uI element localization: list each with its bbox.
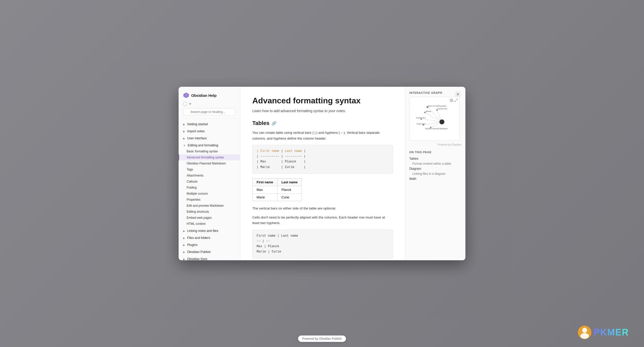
- toc-item-diagram[interactable]: Diagram: [409, 166, 461, 171]
- powered-publish-badge: Powered by Obsidian Publish: [298, 335, 346, 342]
- sidebar-item-label: Basic formatting syntax: [187, 150, 218, 153]
- graph-expand-button[interactable]: [454, 99, 458, 103]
- sidebar-item-label: HTML content: [187, 222, 206, 226]
- sidebar-item-label: Editing shortcuts: [187, 210, 209, 213]
- sidebar-item-label: Edit and preview Markdown: [187, 204, 224, 207]
- pkmer-text-label: PKMER: [594, 327, 629, 338]
- sidebar-item-label: Attachments: [187, 174, 204, 177]
- table-cell: Curie: [277, 193, 302, 201]
- close-button[interactable]: ✕: [454, 91, 461, 98]
- table-header-firstname: First name: [253, 178, 277, 186]
- sidebar-item-label: User interface: [187, 137, 207, 140]
- sidebar-item-files-folders[interactable]: ▶ Files and folders: [179, 235, 240, 241]
- sidebar-item-properties[interactable]: Properties: [179, 197, 240, 203]
- sidebar-item-obsidian-flavored[interactable]: Obsidian Flavored Markdown: [179, 160, 240, 166]
- sidebar-item-attachments[interactable]: Attachments: [179, 172, 240, 179]
- sidebar-item-basic-formatting[interactable]: Basic formatting syntax: [179, 148, 240, 154]
- sidebar-logo: Obsidian Help: [183, 92, 235, 98]
- page-title: Advanced formatting syntax: [252, 96, 393, 105]
- nav-section-files-folders: ▶ Files and folders: [179, 234, 240, 241]
- graph-powered-label: Powered by Obsidian: [409, 143, 461, 146]
- sidebar-item-label: Obsidian Publish: [187, 250, 211, 254]
- svg-text:Obsidian Flavored Markdown: Obsidian Flavored Markdown: [425, 128, 448, 130]
- table-header-lastname: Last name: [277, 178, 302, 186]
- chevron-right-icon: ▶: [183, 258, 185, 261]
- sidebar-item-obsidian-sync[interactable]: ▶ Obsidian Sync: [179, 256, 240, 260]
- code-block-table-syntax: | First name | Last name | | ---------- …: [252, 145, 393, 174]
- nav-section-linking: ▶ Linking notes and files: [179, 227, 240, 234]
- sidebar-item-import-notes[interactable]: ▶ Import notes: [179, 128, 240, 134]
- chevron-right-icon: ▶: [183, 123, 185, 126]
- sidebar-item-getting-started[interactable]: ▶ Getting started: [179, 121, 240, 127]
- sidebar-item-tags[interactable]: Tags: [179, 166, 240, 172]
- sidebar-item-plugins[interactable]: ▶ Plugins: [179, 242, 240, 248]
- pkmer-watermark: PKMER: [578, 325, 629, 339]
- toc-item-math[interactable]: Math: [409, 176, 461, 181]
- chevron-right-icon: ▶: [183, 237, 185, 239]
- search-input[interactable]: [183, 108, 235, 115]
- sidebar-item-label: Files and folders: [187, 236, 210, 240]
- rendered-table-1: First name Last name Max Planck Marie Cu…: [252, 178, 302, 201]
- main-content: Advanced formatting syntax Learn how to …: [240, 87, 405, 260]
- chevron-right-icon: ▶: [183, 230, 185, 232]
- page-subtitle: Learn how to add advanced formatting syn…: [252, 109, 393, 113]
- sidebar-item-advanced-formatting[interactable]: Advanced formatting syntax: [179, 154, 240, 160]
- tables-text-optional: The vertical bars on either side of the …: [252, 206, 393, 211]
- sidebar-item-editing-formatting[interactable]: ▼ Editing and formatting: [179, 142, 240, 148]
- sidebar-header: Obsidian Help ✦ 🔍: [179, 87, 240, 119]
- sidebar-item-editing-shortcuts[interactable]: Editing shortcuts: [179, 209, 240, 215]
- svg-text:Internal links: Internal links: [437, 108, 447, 110]
- sidebar-item-label: Obsidian Sync: [187, 257, 208, 260]
- sidebar-item-label: Import notes: [187, 129, 205, 133]
- graph-settings-button[interactable]: [450, 99, 453, 103]
- sidebar-item-obsidian-publish[interactable]: ▶ Obsidian Publish: [179, 249, 240, 255]
- theme-sun-icon: ✦: [189, 102, 192, 106]
- sidebar-item-folding[interactable]: Folding: [179, 185, 240, 191]
- nav-section-obsidian-publish: ▶ Obsidian Publish: [179, 248, 240, 255]
- obsidian-logo-icon: [183, 92, 189, 98]
- sidebar-title: Obsidian Help: [191, 93, 217, 98]
- sidebar-item-user-interface[interactable]: ▶ User interface: [179, 135, 240, 141]
- sidebar-item-multiple-cursors[interactable]: Multiple cursors: [179, 191, 240, 197]
- sidebar-item-linking[interactable]: ▶ Linking notes and files: [179, 228, 240, 234]
- sidebar-item-label: Embed web pages: [187, 216, 212, 220]
- sidebar-item-embed-web-pages[interactable]: Embed web pages: [179, 215, 240, 221]
- sidebar-item-callouts[interactable]: Callouts: [179, 179, 240, 185]
- theme-toggle-circle: [183, 102, 187, 106]
- modal-overlay: ✕ Obsidian Help ✦ 🔍: [0, 0, 644, 347]
- code-col-orange-2: Last name: [285, 149, 302, 153]
- sidebar-item-edit-preview-markdown[interactable]: Edit and preview Markdown: [179, 203, 240, 209]
- svg-text:Graph view: Graph view: [417, 123, 425, 125]
- sidebar-item-label: Properties: [187, 198, 200, 201]
- nav-section-plugins: ▶ Plugins: [179, 241, 240, 248]
- chevron-right-icon: ▶: [183, 251, 185, 253]
- sidebar-item-label: Editing and formatting: [188, 144, 218, 147]
- sidebar-item-label: Tags: [187, 168, 193, 171]
- pkmer-logo-icon: [578, 325, 592, 339]
- on-this-page-title: ON THIS PAGE: [409, 151, 461, 154]
- graph-svg: Basic formatting syntax Aliases Internal…: [410, 97, 459, 141]
- sidebar-item-label: Linking notes and files: [187, 229, 218, 233]
- theme-toggle[interactable]: ✦: [183, 102, 235, 106]
- sidebar-item-label: Plugins: [187, 243, 197, 247]
- section-heading-tables: Tables 🔗: [252, 120, 393, 126]
- nav-section-getting-started: ▶ Getting started: [179, 121, 240, 128]
- svg-text:Aliases: Aliases: [425, 110, 431, 112]
- toc-item-format-content[interactable]: Format content within a table: [409, 161, 461, 166]
- nav-section-import-notes: ▶ Import notes: [179, 128, 240, 135]
- graph-toolbar: [450, 99, 458, 103]
- tables-intro: You can create table using vertical bars…: [252, 130, 393, 141]
- nav-section-user-interface: ▶ User interface: [179, 135, 240, 142]
- chevron-right-icon: ▶: [183, 137, 185, 140]
- sidebar-item-label: Multiple cursors: [187, 192, 208, 195]
- section-link-icon[interactable]: 🔗: [271, 121, 276, 126]
- sidebar-item-html-content[interactable]: HTML content: [179, 221, 240, 227]
- chevron-down-icon: ▼: [183, 144, 186, 147]
- toc-item-linking-files-diagram[interactable]: Linking files in a diagram: [409, 171, 461, 176]
- svg-point-25: [582, 328, 587, 333]
- sidebar-item-label: Getting started: [187, 122, 208, 126]
- tables-text-alignment: Cells don't need to be perfectly aligned…: [252, 215, 393, 226]
- right-panel: INTERACTIVE GRAPH: [405, 87, 465, 260]
- svg-text:Embed files: Embed files: [416, 117, 426, 119]
- toc-item-tables[interactable]: Tables: [409, 156, 461, 161]
